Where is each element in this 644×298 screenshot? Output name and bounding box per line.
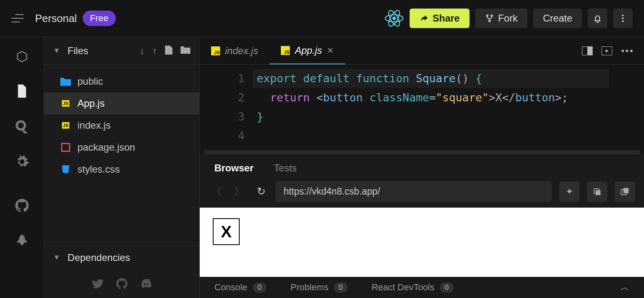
notifications-button[interactable] xyxy=(588,9,607,28)
js-icon: JS xyxy=(60,120,71,131)
svg-point-5 xyxy=(622,18,624,19)
css-icon xyxy=(60,164,71,175)
status-bar: Console0Problems0React DevTools0︿ xyxy=(200,277,644,298)
dependencies-label: Dependencies xyxy=(68,252,130,263)
preview-frame[interactable]: X xyxy=(200,208,644,277)
code-content[interactable]: export default function Square() { retur… xyxy=(257,65,568,145)
chevron-down-icon: ▼ xyxy=(53,253,60,262)
browser-newwindow-icon[interactable] xyxy=(615,182,635,202)
search-icon[interactable] xyxy=(15,119,29,134)
svg-marker-13 xyxy=(606,49,609,53)
menu-icon[interactable] xyxy=(11,14,24,22)
file-item[interactable]: package.json xyxy=(44,136,199,158)
new-file-icon[interactable] xyxy=(165,46,172,56)
twitter-icon[interactable] xyxy=(91,278,104,290)
editor-tab[interactable]: JSApp.js✕ xyxy=(269,37,345,64)
js-icon: JS xyxy=(281,46,290,55)
code-editor[interactable]: 1234 export default function Square() { … xyxy=(200,65,644,150)
download-icon[interactable]: ↓ xyxy=(140,46,144,56)
panel-tab[interactable]: Browser xyxy=(214,162,254,174)
github-footer-icon[interactable] xyxy=(116,278,128,290)
file-name: App.js xyxy=(77,98,105,109)
files-actions: ↓ ↑ xyxy=(140,46,190,56)
status-count: 0 xyxy=(440,283,453,293)
more-actions-icon[interactable]: ••• xyxy=(621,46,634,56)
editor-scrollbar[interactable] xyxy=(204,150,640,154)
status-item[interactable]: Problems0 xyxy=(291,282,347,293)
create-button[interactable]: Create xyxy=(533,9,582,28)
browser-reload-icon[interactable]: ↻ xyxy=(257,185,266,198)
dependencies-section-header[interactable]: ▼ Dependencies xyxy=(44,245,199,270)
file-name: index.js xyxy=(77,120,110,131)
deploy-icon[interactable] xyxy=(15,233,29,248)
editor-actions: ••• xyxy=(582,37,644,64)
files-section-header[interactable]: ▼ Files ↓ ↑ xyxy=(44,37,199,65)
json-icon xyxy=(60,142,71,153)
preview-square-button[interactable]: X xyxy=(213,218,240,245)
line-gutter: 1234 xyxy=(200,65,257,145)
browser-expand-icon[interactable]: ✦ xyxy=(559,182,580,202)
header-actions: Share Fork Create xyxy=(384,9,633,28)
browser-forward-icon[interactable]: 〉 xyxy=(232,184,247,199)
file-item[interactable]: styles.css xyxy=(44,158,199,180)
browser-back-icon[interactable]: 〈 xyxy=(209,184,224,199)
split-editor-icon[interactable] xyxy=(582,46,593,55)
close-icon[interactable]: ✕ xyxy=(327,46,334,55)
browser-copy-icon[interactable] xyxy=(587,182,607,202)
status-count: 0 xyxy=(253,283,266,293)
browser-url-input[interactable] xyxy=(276,181,552,202)
svg-rect-17 xyxy=(623,188,629,193)
settings-icon[interactable] xyxy=(15,154,29,169)
fork-icon xyxy=(485,14,494,23)
github-icon[interactable] xyxy=(15,198,29,213)
chevron-up-icon[interactable]: ︿ xyxy=(620,281,629,294)
svg-rect-11 xyxy=(587,46,593,55)
main-area: ▼ Files ↓ ↑ publicJSApp.jsJSindex.jspack… xyxy=(0,37,644,298)
fork-button[interactable]: Fork xyxy=(475,9,527,28)
panel-tabs: BrowserTests xyxy=(200,154,644,181)
create-label: Create xyxy=(543,13,572,24)
status-item[interactable]: React DevTools0 xyxy=(372,282,453,293)
status-count: 0 xyxy=(334,283,347,293)
share-arrow-icon xyxy=(419,14,428,23)
svg-point-6 xyxy=(622,20,624,22)
new-folder-icon[interactable] xyxy=(181,46,190,56)
plan-badge[interactable]: Free xyxy=(83,11,116,26)
svg-point-4 xyxy=(622,15,624,16)
status-label: React DevTools xyxy=(372,282,434,293)
editor-tab[interactable]: JSindex.js xyxy=(200,37,269,64)
workspace-name[interactable]: Personal xyxy=(35,12,77,25)
file-item[interactable]: JSApp.js xyxy=(44,92,199,114)
panel-tab[interactable]: Tests xyxy=(274,162,297,174)
status-label: Problems xyxy=(291,282,329,293)
fork-label: Fork xyxy=(498,13,518,24)
status-label: Console xyxy=(214,282,247,293)
js-icon: JS xyxy=(60,98,71,109)
explorer-icon[interactable] xyxy=(15,84,29,99)
main-column: JSindex.jsJSApp.js✕ ••• 1234 export defa… xyxy=(200,37,644,298)
tab-label: App.js xyxy=(295,45,322,56)
svg-point-8 xyxy=(18,123,24,128)
file-name: public xyxy=(77,76,103,87)
file-item[interactable]: public xyxy=(44,70,199,92)
overflow-menu-button[interactable] xyxy=(613,9,633,28)
editor-tab-bar: JSindex.jsJSApp.js✕ ••• xyxy=(200,37,644,65)
folder-icon xyxy=(60,76,71,87)
share-button[interactable]: Share xyxy=(410,9,470,28)
activity-bar xyxy=(0,37,44,298)
bell-icon xyxy=(593,13,602,23)
share-label: Share xyxy=(432,13,460,24)
sandbox-icon[interactable] xyxy=(15,49,29,64)
sidebar: ▼ Files ↓ ↑ publicJSApp.jsJSindex.jspack… xyxy=(44,37,200,298)
files-label: Files xyxy=(68,45,135,57)
vertical-dots-icon xyxy=(618,13,628,23)
file-item[interactable]: JSindex.js xyxy=(44,114,199,136)
chevron-down-icon: ▼ xyxy=(53,46,60,55)
discord-icon[interactable] xyxy=(140,278,152,290)
tab-label: index.js xyxy=(225,45,258,57)
svg-rect-15 xyxy=(595,190,600,195)
upload-icon[interactable]: ↑ xyxy=(152,46,157,56)
preview-toggle-icon[interactable] xyxy=(602,46,612,55)
preview-panel: BrowserTests 〈 〉 ↻ ✦ X Console0Problems0… xyxy=(200,154,644,298)
status-item[interactable]: Console0 xyxy=(214,282,266,293)
